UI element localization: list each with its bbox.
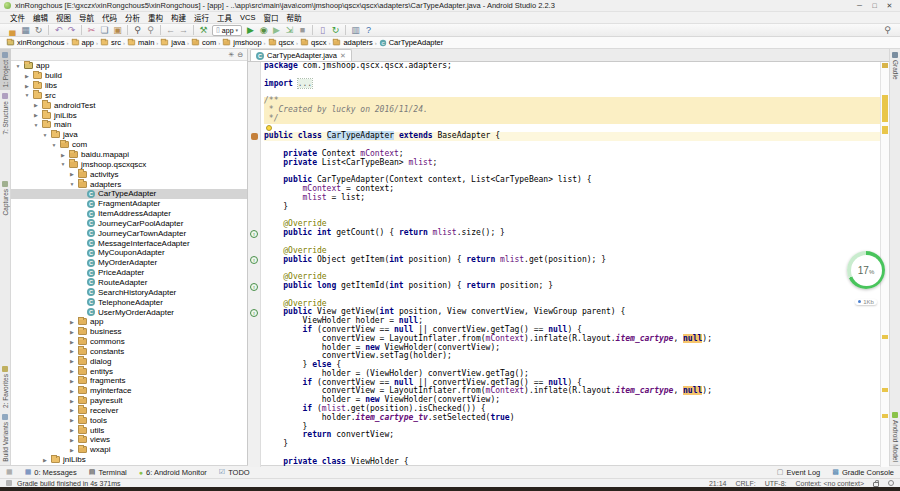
tree-item-JourneyCarTownAdapter[interactable]: CJourneyCarTownAdapter — [11, 228, 247, 238]
toolwindow-button-captures[interactable]: Captures — [2, 178, 9, 218]
tree-item-views[interactable]: ▶views — [11, 435, 247, 445]
chevron-collapsed-icon[interactable]: ▶ — [24, 83, 30, 89]
chevron-collapsed-icon[interactable]: ▶ — [69, 437, 75, 443]
run-config-combo[interactable]: ▯app▾ — [212, 25, 242, 36]
tree-item-entitys[interactable]: ▶entitys — [11, 366, 247, 376]
help-icon[interactable]: ? — [362, 24, 375, 36]
chevron-expanded-icon[interactable]: ▼ — [24, 92, 30, 98]
toolwindow-button-7-structure[interactable]: 7: Structure — [2, 90, 9, 138]
redo-icon[interactable]: ↷ — [65, 24, 78, 36]
menu-视图[interactable]: 视图 — [52, 12, 75, 23]
todo-toolwindow[interactable]: ☑TODO — [219, 468, 250, 477]
crumb-src[interactable]: src — [100, 38, 121, 47]
toolwindow-toggle-icon[interactable]: ▦ — [6, 468, 13, 476]
run-icon[interactable]: ▶ — [244, 24, 257, 36]
tree-item-PriceAdapter[interactable]: CPriceAdapter — [11, 268, 247, 278]
attach-debugger-icon[interactable]: ⇲ — [283, 24, 296, 36]
chevron-collapsed-icon[interactable]: ▶ — [69, 319, 75, 325]
chevron-collapsed-icon[interactable]: ▶ — [69, 427, 75, 433]
chevron-expanded-icon[interactable]: ▼ — [60, 161, 66, 167]
tree-item-ItemAddressAdapter[interactable]: CItemAddressAdapter — [11, 209, 247, 219]
tree-item-FragmentAdapter[interactable]: CFragmentAdapter — [11, 199, 247, 209]
tree-item-business[interactable]: ▶business — [11, 327, 247, 337]
chevron-collapsed-icon[interactable]: ▶ — [69, 358, 75, 364]
chevron-expanded-icon[interactable]: ▼ — [33, 122, 39, 128]
code-editor[interactable]: ↑↑↑↑ package com.jmshoop.qscx.qscx.adapt… — [248, 62, 889, 467]
menu-帮助[interactable]: 帮助 — [282, 12, 305, 23]
find-icon[interactable]: ⚲ — [131, 24, 144, 36]
maximize-button[interactable]: □ — [868, 2, 881, 10]
tree-item-myinterface[interactable]: ▶myinterface — [11, 386, 247, 396]
chevron-collapsed-icon[interactable]: ▶ — [24, 73, 30, 79]
chevron-collapsed-icon[interactable]: ▶ — [69, 417, 75, 423]
project-tree[interactable]: ▼app▶build▶libs▼src▶androidTest▶jniLibs▼… — [11, 61, 247, 465]
tree-item-receiver[interactable]: ▶receiver — [11, 406, 247, 416]
chevron-collapsed-icon[interactable]: ▶ — [69, 398, 75, 404]
paste-icon[interactable]: ▣ — [111, 24, 124, 36]
tree-item-fragments[interactable]: ▶fragments — [11, 376, 247, 386]
chevron-expanded-icon[interactable]: ▼ — [15, 63, 21, 69]
back-icon[interactable]: ← — [164, 24, 177, 36]
crumb-main[interactable]: main — [127, 38, 154, 47]
caret-position[interactable]: 21:14 — [709, 480, 727, 487]
tab-cartypeadapter[interactable]: C CarTypeAdapter.java ✕ — [250, 49, 352, 61]
chevron-collapsed-icon[interactable]: ▶ — [33, 112, 39, 118]
tree-item-RouteAdapter[interactable]: CRouteAdapter — [11, 278, 247, 288]
chevron-collapsed-icon[interactable]: ▶ — [42, 457, 48, 463]
collapse-all-icon[interactable]: ⊖ — [237, 51, 243, 59]
tree-item-com[interactable]: ▼com — [11, 140, 247, 150]
chevron-expanded-icon[interactable]: ▼ — [69, 181, 75, 187]
menu-工具[interactable]: 工具 — [213, 12, 236, 23]
tree-item-constants[interactable]: ▶constants — [11, 346, 247, 356]
toolwindow-button-build-variants[interactable]: Build Variants — [2, 411, 9, 465]
stop-icon[interactable]: ■ — [296, 24, 309, 36]
close-button[interactable]: ✕ — [883, 2, 896, 10]
tree-item-commons[interactable]: ▶commons — [11, 337, 247, 347]
replace-icon[interactable]: ⚲ — [144, 24, 157, 36]
menu-VCS[interactable]: VCS — [236, 13, 259, 22]
override-marker-icon[interactable]: ↑ — [250, 256, 258, 264]
gradle-sync-icon[interactable]: ↻ — [329, 24, 342, 36]
menu-导航[interactable]: 导航 — [75, 12, 98, 23]
crumb-xinRongchous[interactable]: xinRongchous — [6, 38, 65, 47]
debug-icon[interactable]: ◉ — [257, 24, 270, 36]
synchronize-icon[interactable]: ↻ — [32, 24, 45, 36]
tree-item-UserMyOrderAdapter[interactable]: CUserMyOrderAdapter — [11, 307, 247, 317]
menu-代码[interactable]: 代码 — [98, 12, 121, 23]
tree-item-jmshoop.qscxqscx[interactable]: ▼jmshoop.qscxqscx — [11, 159, 247, 169]
chevron-collapsed-icon[interactable]: ▶ — [69, 388, 75, 394]
crumb-java[interactable]: java — [160, 38, 185, 47]
menu-窗口[interactable]: 窗口 — [259, 12, 282, 23]
tree-item-SearchHistoryAdapter[interactable]: CSearchHistoryAdapter — [11, 287, 247, 297]
hector-inspections-icon[interactable] — [888, 480, 894, 486]
undo-icon[interactable]: ↶ — [52, 24, 65, 36]
crumb-jmshoop[interactable]: jmshoop — [222, 38, 261, 47]
chevron-collapsed-icon[interactable]: ▶ — [69, 171, 75, 177]
copy-icon[interactable]: ❏ — [98, 24, 111, 36]
tree-item-androidTest[interactable]: ▶androidTest — [11, 100, 247, 110]
settings-gear-icon[interactable]: ✳ — [228, 51, 234, 59]
chevron-collapsed-icon[interactable]: ▶ — [69, 348, 75, 354]
tree-item-app[interactable]: ▶app — [11, 317, 247, 327]
chevron-expanded-icon[interactable]: ▼ — [51, 142, 57, 148]
override-marker-icon[interactable]: ↑ — [250, 230, 258, 238]
tree-item-baidu.mapapi[interactable]: ▶baidu.mapapi — [11, 150, 247, 160]
messages-toolwindow[interactable]: ▦0: Messages — [25, 468, 77, 477]
save-all-icon[interactable]: ▦ — [19, 24, 32, 36]
event-log-toolwindow[interactable]: ▢Event Log — [777, 468, 820, 477]
tree-item-MyOrderAdapter[interactable]: CMyOrderAdapter — [11, 258, 247, 268]
lock-icon[interactable] — [873, 482, 879, 487]
tree-item-MessageInterfaceAdapter[interactable]: CMessageInterfaceAdapter — [11, 238, 247, 248]
chevron-expanded-icon[interactable]: ▼ — [42, 132, 48, 138]
gradle-console-toolwindow[interactable]: ▩Gradle Console — [832, 468, 894, 477]
sdk-manager-icon[interactable]: ▥ — [349, 24, 362, 36]
make-project-icon[interactable]: ⚒ — [197, 24, 210, 36]
menu-编辑[interactable]: 编辑 — [29, 12, 52, 23]
tree-item-main[interactable]: ▼main — [11, 120, 247, 130]
coverage-icon[interactable]: ▶ — [270, 24, 283, 36]
cut-icon[interactable]: ✂ — [85, 24, 98, 36]
crumb-qscx[interactable]: qscx — [300, 38, 326, 47]
android-monitor-toolwindow[interactable]: ●6: Android Monitor — [139, 468, 207, 477]
menu-构建[interactable]: 构建 — [167, 12, 190, 23]
encoding-indicator[interactable]: UTF-8: — [765, 480, 787, 487]
